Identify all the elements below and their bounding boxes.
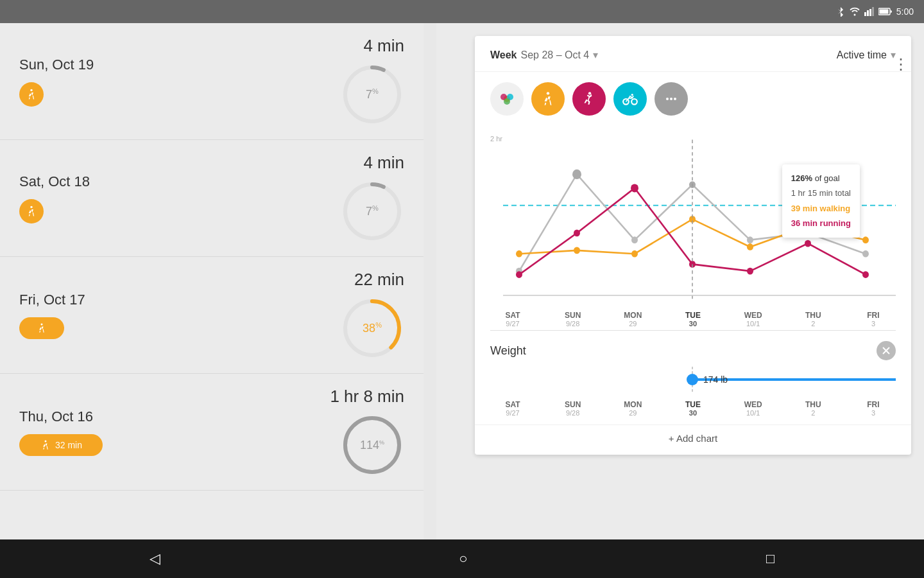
wxaxis-sat: SAT 9/27 [490, 400, 535, 417]
weight-chart-svg: 174 lb [490, 367, 896, 392]
chart-header: Week Sep 28 – Oct 4 ▾ Active time ▾ [475, 36, 911, 72]
svg-text:174 lb: 174 lb [703, 374, 728, 385]
svg-point-43 [747, 243, 753, 250]
activity-duration-sun: 4 min [363, 36, 404, 56]
weight-title: Weight [490, 344, 526, 358]
activity-right-sun: 4 min 7% [340, 36, 404, 127]
activity-duration-thu: 1 hr 8 min [330, 387, 404, 407]
svg-point-28 [670, 98, 672, 100]
add-chart-button[interactable]: + Add chart [669, 433, 717, 444]
wxaxis-wed: WED 10/1 [731, 400, 776, 417]
chart-card: Week Sep 28 – Oct 4 ▾ Active time ▾ [475, 36, 911, 455]
week-range: Sep 28 – Oct 4 [521, 49, 590, 61]
svg-point-41 [631, 250, 638, 258]
walking-icon-thu [40, 439, 51, 451]
circle-label-thu: 114% [360, 439, 384, 452]
weight-close-button[interactable] [877, 341, 896, 360]
week-label: Week [490, 49, 517, 61]
svg-point-33 [572, 170, 581, 179]
more-dots-icon [665, 92, 678, 105]
svg-point-21 [504, 98, 510, 105]
activity-item-sun: Sun, Oct 19 4 min 7% [0, 23, 424, 140]
activity-info-sun: Sun, Oct 19 [19, 57, 94, 107]
svg-point-34 [631, 236, 638, 243]
add-chart-row: + Add chart [475, 425, 911, 455]
activity-type-more[interactable] [654, 82, 688, 116]
xaxis-wed: WED 10/1 [731, 311, 776, 328]
svg-point-22 [547, 92, 549, 94]
activity-type-all[interactable] [490, 82, 524, 116]
circle-label-sun: 7% [366, 87, 379, 101]
activity-type-row [475, 72, 911, 126]
activity-date-sat: Sat, Oct 18 [19, 173, 90, 190]
activity-type-bike[interactable] [613, 82, 647, 116]
xaxis-sat: SAT 9/27 [490, 311, 535, 328]
activity-info-thu: Thu, Oct 16 32 min [19, 408, 103, 456]
metric-selector[interactable]: Active time ▾ [837, 49, 896, 61]
svg-point-12 [41, 323, 43, 325]
home-button[interactable]: ○ [459, 550, 467, 567]
more-menu-button[interactable]: ⋮ [893, 55, 909, 73]
back-button[interactable]: ◁ [150, 550, 160, 567]
svg-rect-0 [864, 12, 866, 16]
multicolor-icon [498, 90, 516, 108]
walk-icon-thu[interactable]: 32 min [19, 434, 103, 456]
close-icon [882, 346, 891, 355]
walking-icon-fri [36, 322, 47, 334]
svg-point-15 [44, 440, 46, 442]
signal-icon [864, 7, 875, 16]
activity-icon-row-sat [19, 199, 90, 223]
activity-type-walk[interactable] [531, 82, 565, 116]
activity-right-thu: 1 hr 8 min 114% [330, 387, 404, 477]
activity-item-thu: Thu, Oct 16 32 min 1 hr 8 min [0, 374, 424, 491]
activity-info-fri: Fri, Oct 17 [19, 292, 85, 339]
run-type-icon [581, 91, 597, 107]
chart-area: 2 hr [475, 126, 911, 306]
svg-point-9 [30, 206, 32, 207]
xaxis-sun: SUN 9/28 [551, 311, 595, 328]
svg-rect-3 [872, 7, 874, 16]
metric-label: Active time [837, 49, 887, 61]
activity-type-run[interactable] [572, 82, 606, 116]
right-panel: ⋮ Week Sep 28 – Oct 4 ▾ Active time ▾ [436, 23, 924, 539]
week-dropdown-icon: ▾ [593, 49, 598, 61]
walk-icon-sun[interactable] [19, 82, 44, 107]
chart-tooltip: 126% of goal 1 hr 15 min total 39 min wa… [782, 164, 860, 238]
svg-text:2 hr: 2 hr [490, 134, 502, 142]
circle-label-sat: 7% [366, 204, 379, 218]
walk-icon-fri[interactable] [19, 317, 64, 339]
activity-right-fri: 22 min 38% [340, 270, 404, 360]
circle-progress-fri: 38% [340, 296, 404, 360]
svg-point-25 [631, 99, 637, 105]
tooltip-running: 36 min running [791, 216, 851, 231]
xaxis-mon: MON 29 [610, 311, 655, 328]
recent-button[interactable]: □ [766, 550, 774, 567]
xaxis-fri: FRI 3 [851, 311, 896, 328]
svg-point-46 [516, 271, 522, 278]
weight-header: Weight [490, 341, 896, 360]
walk-icon-sat[interactable] [19, 199, 44, 223]
walk-type-icon [540, 91, 556, 107]
tooltip-percent: 126% of goal [791, 171, 851, 186]
activity-right-sat: 4 min 7% [340, 153, 404, 243]
circle-progress-sun: 7% [340, 62, 404, 127]
activity-icon-row-thu: 32 min [19, 434, 103, 456]
svg-point-48 [631, 184, 638, 192]
svg-point-40 [574, 247, 580, 254]
activity-duration-sat: 4 min [363, 153, 404, 173]
svg-point-59 [687, 374, 698, 385]
xaxis-thu: THU 2 [791, 311, 835, 328]
weight-section: Weight 174 lb [475, 331, 911, 425]
activity-duration-fri: 22 min [354, 270, 404, 290]
svg-rect-2 [869, 9, 871, 16]
weight-xaxis: SAT 9/27 SUN 9/28 MON 29 TUE 30 WED 10 [490, 398, 896, 417]
tooltip-walking: 39 min walking [791, 201, 851, 216]
status-icons: 5:00 [836, 6, 914, 17]
week-selector[interactable]: Week Sep 28 – Oct 4 ▾ [490, 49, 598, 61]
circle-label-fri: 38% [363, 321, 382, 335]
svg-rect-1 [867, 10, 869, 16]
tooltip-total: 1 hr 15 min total [791, 186, 851, 200]
svg-point-52 [862, 271, 869, 278]
svg-point-36 [747, 236, 753, 243]
svg-point-39 [516, 250, 522, 258]
